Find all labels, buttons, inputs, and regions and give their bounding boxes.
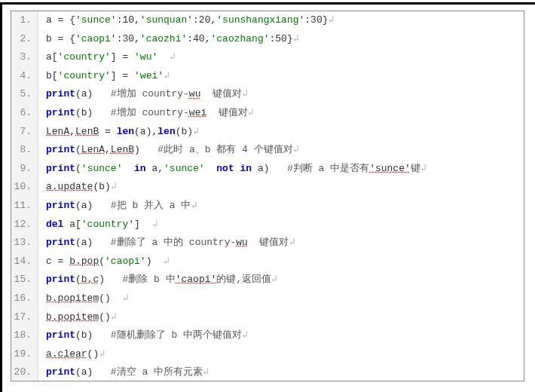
token: ↲ xyxy=(111,311,117,323)
token: LenB xyxy=(111,144,134,155)
token: () xyxy=(99,311,111,323)
token: 的键,返回值 xyxy=(216,274,271,285)
token: print xyxy=(46,107,75,118)
token: print xyxy=(46,144,75,155)
token: #增加 country- xyxy=(111,107,189,118)
token: 'sunce' xyxy=(164,163,205,174)
token: 键 xyxy=(411,163,420,174)
code-content: print(b) #增加 country-wei 键值对↲ xyxy=(38,104,254,123)
token: a.update xyxy=(46,181,93,192)
token xyxy=(234,163,240,174)
line-number: 17. xyxy=(11,308,38,327)
token: a[ xyxy=(63,219,81,230)
token: ↲ xyxy=(164,70,170,81)
code-line: 14.c = b.pop('caopi') ↲ xyxy=(11,253,524,271)
code-line: 17.b.popitem()↲ xyxy=(11,308,524,327)
token: ↲ xyxy=(170,51,176,63)
code-content: b.popitem() ↲ xyxy=(38,289,128,308)
token: 键值对 xyxy=(248,237,289,248)
token: 'wu' xyxy=(134,51,157,63)
code-content: print('sunce' in a,'sunce' not in a) #判断… xyxy=(38,160,426,179)
line-number: 2. xyxy=(11,30,38,49)
token: (a) xyxy=(75,200,111,211)
token: a = { xyxy=(46,14,75,26)
token: len xyxy=(117,126,134,137)
code-line: 8.print(LenA,LenB) #此时 a、b 都有 4 个键值对↲ xyxy=(11,141,524,160)
token: () xyxy=(87,348,99,360)
token: (b) xyxy=(75,329,111,341)
line-number: 14. xyxy=(11,253,38,271)
token: (a) xyxy=(75,366,111,378)
code-content: a.clear()↲ xyxy=(38,345,105,364)
token: 'caopi' xyxy=(105,256,146,267)
token: ] = xyxy=(111,70,134,81)
code-content: del a['country'] ↲ xyxy=(38,216,157,234)
line-number: 19. xyxy=(11,345,38,364)
token: b = { xyxy=(46,33,75,44)
token: 'caozhang' xyxy=(210,33,269,44)
token: 键值对 xyxy=(200,88,242,100)
token: (b) xyxy=(93,181,110,192)
code-content: b.popitem()↲ xyxy=(38,308,117,327)
token: LenB xyxy=(75,126,99,137)
token: #增加 country- xyxy=(111,88,189,100)
token: ↲ xyxy=(193,126,199,137)
token: (a), xyxy=(134,126,157,137)
line-number: 12. xyxy=(11,216,38,234)
token: LenA xyxy=(81,144,105,155)
token: (a) xyxy=(75,237,111,248)
code-content: print(a) #清空 a 中所有元素↲ xyxy=(38,363,209,381)
code-content: print(LenA,LenB) #此时 a、b 都有 4 个键值对↲ xyxy=(38,141,299,160)
token: , xyxy=(69,126,75,137)
token: len xyxy=(157,126,175,137)
token: in xyxy=(134,163,146,174)
token: print xyxy=(46,237,75,248)
token: in xyxy=(240,163,252,174)
token: ↲ xyxy=(248,107,254,118)
code-content: a = {'sunce':10,'sunquan':20,'sunshangxi… xyxy=(38,11,334,30)
token: ) xyxy=(146,256,164,267)
token: 'country' xyxy=(58,70,111,81)
token: c = xyxy=(46,256,69,267)
token: 'sunquan' xyxy=(140,14,193,26)
token: ↲ xyxy=(293,33,299,44)
token: print xyxy=(46,329,75,341)
token: :10, xyxy=(117,14,140,26)
line-number: 4. xyxy=(11,67,38,86)
token: 'sunce' xyxy=(369,163,411,174)
token: a.clear xyxy=(46,348,87,360)
token: :30, xyxy=(117,33,140,44)
code-line: 5.print(a) #增加 country-wu 键值对↲ xyxy=(11,85,524,104)
token: a) xyxy=(252,163,287,174)
line-number: 6. xyxy=(11,104,38,123)
token: print xyxy=(46,200,75,211)
token: ] = xyxy=(111,51,134,63)
token: ( xyxy=(75,163,81,174)
token: , xyxy=(105,144,111,155)
code-line: 2.b = {'caopi':30,'caozhi':40,'caozhang'… xyxy=(11,30,524,49)
token: #清空 a 中所有元素 xyxy=(111,366,203,378)
code-line: 6.print(b) #增加 country-wei 键值对↲ xyxy=(11,104,524,123)
token: ( xyxy=(75,274,81,285)
token: :30} xyxy=(304,14,328,26)
token: 'caopi' xyxy=(75,33,117,44)
token: b[ xyxy=(46,70,58,81)
token: wu xyxy=(236,237,248,248)
code-content: print(a) #删除了 a 中的 country-wu 键值对↲ xyxy=(38,234,295,253)
code-content: a['country'] = 'wu' ↲ xyxy=(38,48,176,67)
token: ↲ xyxy=(420,163,426,174)
token: b,c xyxy=(81,274,99,285)
token: ↲ xyxy=(122,292,128,304)
token: #判断 a 中是否有 xyxy=(287,163,369,174)
token: b.popitem xyxy=(46,311,99,323)
token: (b) xyxy=(176,126,193,137)
token: ↲ xyxy=(242,329,248,341)
line-number: 16. xyxy=(11,289,38,308)
token: ↲ xyxy=(164,256,170,267)
line-number: 8. xyxy=(11,141,38,160)
code-editor: 1.a = {'sunce':10,'sunquan':20,'sunshang… xyxy=(11,11,524,381)
code-line: 7.LenA,LenB = len(a),len(b)↲ xyxy=(11,123,524,142)
token: (a) xyxy=(75,88,111,100)
token: LenA xyxy=(46,126,69,137)
token: 'country' xyxy=(81,219,134,230)
